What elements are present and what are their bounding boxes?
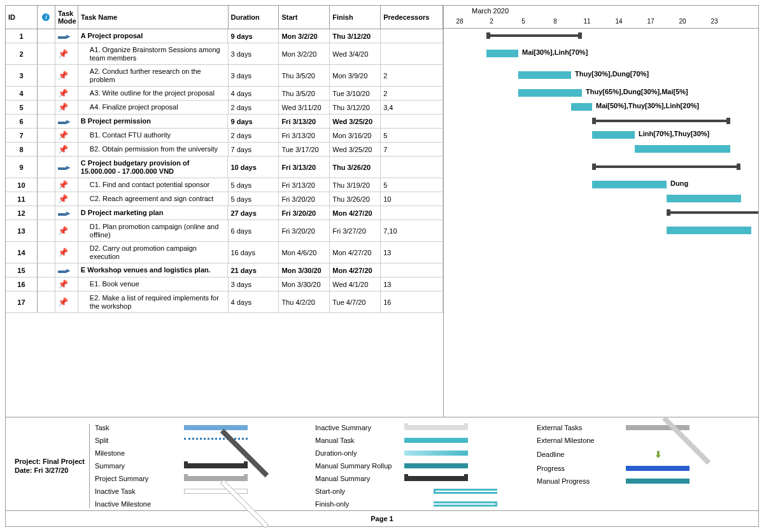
task-bar[interactable] xyxy=(667,195,741,202)
task-finish[interactable]: Wed 3/25/20 xyxy=(330,143,381,156)
task-finish[interactable]: Thu 3/26/20 xyxy=(330,192,381,206)
col-finish-header[interactable]: Finish xyxy=(330,6,381,29)
task-name[interactable]: A1. Organize Brainstorm Sessions among t… xyxy=(78,43,229,64)
gantt-row[interactable] xyxy=(444,220,758,241)
task-duration[interactable]: 27 days xyxy=(228,206,279,220)
task-start[interactable]: Thu 3/5/20 xyxy=(279,65,330,86)
task-bar[interactable]: Thuy[65%],Dung[30%],Mai[5%] xyxy=(518,89,582,97)
task-start[interactable]: Thu 3/5/20 xyxy=(279,87,330,100)
table-row[interactable]: 13📌D1. Plan promotion campaign (online a… xyxy=(6,220,443,242)
task-start[interactable]: Mon 3/30/20 xyxy=(279,263,330,277)
task-pred[interactable] xyxy=(381,43,443,64)
task-start[interactable]: Fri 3/13/20 xyxy=(279,178,330,192)
task-name[interactable]: D1. Plan promotion campaign (online and … xyxy=(78,220,229,241)
gantt-row[interactable]: Thuy[65%],Dung[30%],Mai[5%] xyxy=(444,86,758,100)
table-row[interactable]: 15▬▸E Workshop venues and logistics plan… xyxy=(6,263,443,277)
task-name[interactable]: B1. Contact FTU authority xyxy=(78,129,229,142)
task-start[interactable]: Wed 3/11/20 xyxy=(279,101,330,114)
task-pred[interactable]: 5 xyxy=(381,129,443,142)
gantt-row[interactable] xyxy=(444,241,758,263)
table-row[interactable]: 14📌D2. Carry out promotion campaign exec… xyxy=(6,242,443,263)
task-bar[interactable]: Mai[30%],Linh[70%] xyxy=(486,50,518,57)
task-pred[interactable] xyxy=(381,263,443,277)
task-duration[interactable]: 2 days xyxy=(229,101,279,114)
task-duration[interactable]: 9 days xyxy=(228,29,279,43)
table-row[interactable]: 8📌B2. Obtain permission from the univers… xyxy=(6,143,443,157)
gantt-row[interactable] xyxy=(444,114,758,128)
task-pred[interactable]: 7,10 xyxy=(381,220,443,241)
task-pred[interactable]: 13 xyxy=(381,242,443,263)
task-duration[interactable]: 2 days xyxy=(229,129,279,142)
gantt-row[interactable] xyxy=(444,206,758,220)
task-finish[interactable]: Mon 3/9/20 xyxy=(330,65,381,86)
task-start[interactable]: Mon 3/2/20 xyxy=(279,43,330,64)
task-name[interactable]: A Project proposal xyxy=(78,29,229,43)
task-name[interactable]: C Project budgetary provision of 15.000.… xyxy=(78,157,229,178)
gantt-row[interactable]: Thuy[30%],Dung[70%] xyxy=(444,64,758,86)
task-name[interactable]: D2. Carry out promotion campaign executi… xyxy=(78,242,229,263)
task-duration[interactable]: 7 days xyxy=(229,143,279,156)
gantt-row[interactable] xyxy=(444,291,758,312)
task-bar[interactable]: Dung xyxy=(592,181,667,188)
task-duration[interactable]: 10 days xyxy=(228,157,279,178)
gantt-row[interactable]: Dung xyxy=(444,178,758,192)
col-start-header[interactable]: Start xyxy=(279,6,330,29)
task-start[interactable]: Mon 4/6/20 xyxy=(279,242,330,263)
gantt-chart[interactable]: March 2020 282581114172023 Mai[30%],Linh… xyxy=(444,6,758,417)
task-name[interactable]: D Project marketing plan xyxy=(78,206,229,220)
task-bar[interactable]: Thuy[30%],Dung[70%] xyxy=(518,71,571,79)
gantt-row[interactable]: Linh[70%],Thuy[30%] xyxy=(444,128,758,142)
task-pred[interactable]: 2 xyxy=(381,65,443,86)
table-row[interactable]: 1▬▸A Project proposal9 daysMon 3/2/20Thu… xyxy=(6,29,443,43)
task-finish[interactable]: Thu 3/12/20 xyxy=(330,29,381,43)
task-finish[interactable]: Thu 3/12/20 xyxy=(330,101,381,114)
task-pred[interactable]: 10 xyxy=(381,192,443,206)
table-row[interactable]: 11📌C2. Reach agreement and sign contract… xyxy=(6,192,443,206)
col-info-header[interactable]: i xyxy=(38,6,55,29)
gantt-row[interactable]: Mai[50%],Thuy[30%],Linh[20%] xyxy=(444,100,758,114)
task-finish[interactable]: Fri 3/27/20 xyxy=(330,220,381,241)
gantt-row[interactable] xyxy=(444,156,758,178)
task-bar[interactable]: Mai[50%],Thuy[30%],Linh[20%] xyxy=(571,103,592,111)
task-duration[interactable]: 21 days xyxy=(228,263,279,277)
task-name[interactable]: C2. Reach agreement and sign contract xyxy=(78,192,229,206)
task-start[interactable]: Fri 3/13/20 xyxy=(279,157,330,178)
summary-bar[interactable] xyxy=(592,165,740,168)
task-finish[interactable]: Thu 3/26/20 xyxy=(330,157,381,178)
summary-bar[interactable] xyxy=(486,34,582,37)
table-row[interactable]: 17📌E2. Make a list of required implement… xyxy=(6,291,443,313)
task-name[interactable]: E1. Book venue xyxy=(78,277,229,291)
task-start[interactable]: Tue 3/17/20 xyxy=(279,143,330,156)
task-duration[interactable]: 5 days xyxy=(229,178,279,192)
task-start[interactable]: Fri 3/20/20 xyxy=(279,206,330,220)
task-name[interactable]: A3. Write outline for the project propos… xyxy=(78,87,229,100)
task-start[interactable]: Fri 3/20/20 xyxy=(279,192,330,206)
task-pred[interactable] xyxy=(381,29,443,43)
task-duration[interactable]: 4 days xyxy=(229,87,279,100)
task-start[interactable]: Thu 4/2/20 xyxy=(279,291,330,312)
task-finish[interactable]: Wed 3/25/20 xyxy=(330,115,381,128)
gantt-row[interactable] xyxy=(444,142,758,156)
task-name[interactable]: B Project permission xyxy=(78,115,229,128)
task-finish[interactable]: Mon 4/27/20 xyxy=(330,263,381,277)
task-finish[interactable]: Mon 4/27/20 xyxy=(330,242,381,263)
task-finish[interactable]: Mon 3/16/20 xyxy=(330,129,381,142)
task-bar[interactable] xyxy=(667,227,751,234)
task-pred[interactable] xyxy=(381,157,443,178)
table-row[interactable]: 10📌C1. Find and contact potential sponso… xyxy=(6,178,443,192)
task-duration[interactable]: 16 days xyxy=(229,242,279,263)
task-start[interactable]: Mon 3/2/20 xyxy=(279,29,330,43)
task-duration[interactable]: 3 days xyxy=(229,43,279,64)
task-name[interactable]: A4. Finalize project proposal xyxy=(78,101,229,114)
task-start[interactable]: Fri 3/13/20 xyxy=(279,129,330,142)
task-duration[interactable]: 3 days xyxy=(229,277,279,291)
gantt-row[interactable] xyxy=(444,277,758,291)
task-finish[interactable]: Wed 3/4/20 xyxy=(330,43,381,64)
task-finish[interactable]: Mon 4/27/20 xyxy=(330,206,381,220)
task-pred[interactable]: 16 xyxy=(381,291,443,312)
task-pred[interactable] xyxy=(381,206,443,220)
task-name[interactable]: B2. Obtain permission from the universit… xyxy=(78,143,229,156)
task-name[interactable]: C1. Find and contact potential sponsor xyxy=(78,178,229,192)
col-mode-header[interactable]: Task Mode xyxy=(55,6,78,29)
task-start[interactable]: Fri 3/13/20 xyxy=(279,115,330,128)
